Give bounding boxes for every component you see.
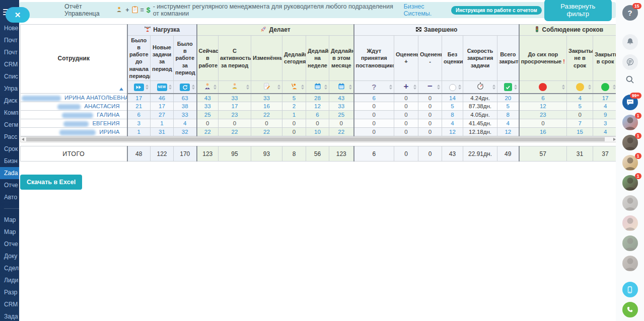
sidebar-item-расс[interactable]: Расс xyxy=(0,131,19,143)
value-cell[interactable]: 33 xyxy=(219,94,251,102)
sidebar-item-упра[interactable]: Упра xyxy=(0,83,19,95)
value-cell[interactable]: 17 xyxy=(219,102,251,111)
value-cell[interactable]: 8 xyxy=(497,111,519,119)
value-cell[interactable]: 33 xyxy=(197,102,219,111)
value-cell[interactable]: 6 xyxy=(519,94,567,102)
value-cell[interactable]: 20 xyxy=(497,94,519,102)
recent-contact[interactable] xyxy=(622,195,638,211)
recent-contact[interactable]: 1 xyxy=(622,115,638,130)
value-cell[interactable]: 5 xyxy=(567,102,593,111)
sidebar-item-мар[interactable]: Мар xyxy=(0,214,19,226)
sidebar-item-авто[interactable]: Авто xyxy=(0,191,19,203)
employee-name[interactable]: ИРИНА АНАТОЛЬЕВНА xyxy=(21,94,127,102)
sidebar-item-лиди[interactable]: Лиди xyxy=(0,274,19,286)
value-cell[interactable]: 7 xyxy=(567,119,593,128)
value-cell[interactable]: 25 xyxy=(329,111,354,119)
sidebar-item-сдел[interactable]: Сдел xyxy=(0,262,19,274)
value-cell[interactable]: 1 xyxy=(127,128,151,136)
value-cell[interactable]: 10 xyxy=(306,128,329,136)
sidebar-item-отче[interactable]: Отче xyxy=(0,179,19,191)
value-cell[interactable]: 33 xyxy=(329,102,354,111)
column-icon-cell[interactable] xyxy=(567,81,593,94)
column-icon-cell[interactable] xyxy=(282,81,306,94)
column-icon-cell[interactable] xyxy=(442,81,463,94)
employee-column-header[interactable]: Сотрудник xyxy=(21,25,127,94)
column-icon-cell[interactable] xyxy=(219,81,251,94)
value-cell[interactable]: 3 xyxy=(127,119,151,128)
value-cell[interactable]: 33 xyxy=(251,94,282,102)
sort-toggle-icon[interactable] xyxy=(562,85,565,90)
recent-contact[interactable]: 1 xyxy=(622,175,638,191)
value-cell[interactable]: 22 xyxy=(329,128,354,136)
sidebar-item-мар[interactable]: Мар xyxy=(0,226,19,238)
value-cell[interactable]: 4 xyxy=(567,94,593,102)
value-cell[interactable]: 5 xyxy=(282,94,306,102)
value-cell[interactable]: 8 xyxy=(442,111,463,119)
value-cell[interactable]: 4 xyxy=(442,119,463,128)
sidebar-item-почт[interactable]: Почт xyxy=(0,34,19,46)
value-cell[interactable]: 22 xyxy=(219,128,251,136)
sort-toggle-icon[interactable] xyxy=(588,85,591,90)
help-button[interactable]: ?15 xyxy=(622,5,638,21)
sidebar-item-бизн[interactable]: Бизн xyxy=(0,155,19,167)
column-icon-cell[interactable] xyxy=(329,81,354,94)
value-cell[interactable]: 15 xyxy=(567,128,593,136)
value-cell[interactable]: 1 xyxy=(151,119,174,128)
scroll-left-icon[interactable] xyxy=(22,138,24,141)
value-cell[interactable]: 43 xyxy=(329,94,354,102)
sort-toggle-icon[interactable] xyxy=(413,85,416,90)
sidebar-item-почт[interactable]: Почт xyxy=(0,46,19,58)
value-cell[interactable]: 33 xyxy=(174,111,197,119)
value-cell[interactable]: 5 xyxy=(497,102,519,111)
sidebar-item-спис[interactable]: Спис xyxy=(0,70,19,83)
instruction-badge[interactable]: Инструкция по работе с отчетом xyxy=(451,6,541,15)
sort-toggle-icon[interactable] xyxy=(213,85,217,90)
employee-name[interactable]: АНАСТАСИЯ xyxy=(21,102,127,111)
value-cell[interactable]: 21 xyxy=(127,102,151,111)
value-cell[interactable]: 4 xyxy=(174,119,197,128)
column-icon-cell[interactable] xyxy=(127,81,151,94)
sort-toggle-icon[interactable] xyxy=(389,85,392,90)
value-cell[interactable]: 3 xyxy=(593,119,618,128)
sort-toggle-icon[interactable] xyxy=(437,85,440,90)
sort-toggle-icon[interactable] xyxy=(349,85,352,90)
sidebar-item-комп[interactable]: Комп xyxy=(0,107,19,119)
value-cell[interactable]: 6 xyxy=(354,94,394,102)
download-excel-button[interactable]: Скачать в Excel xyxy=(20,175,82,190)
sidebar-item-crm[interactable]: CRM xyxy=(0,58,19,70)
employee-name[interactable]: ГАЛИНА xyxy=(21,111,127,119)
value-cell[interactable]: 25 xyxy=(197,111,219,119)
close-menu-button[interactable]: ✕ xyxy=(6,7,30,23)
sort-toggle-icon[interactable] xyxy=(301,85,304,90)
value-cell[interactable]: 12 xyxy=(306,102,329,111)
column-icon-cell[interactable]: ? xyxy=(354,81,394,94)
value-cell[interactable]: 16 xyxy=(251,102,282,111)
value-cell[interactable]: 17 xyxy=(593,94,618,102)
value-cell[interactable]: 46 xyxy=(151,94,174,102)
sort-toggle-icon[interactable] xyxy=(324,85,327,90)
value-cell[interactable]: 9 xyxy=(593,111,618,119)
column-icon-cell[interactable] xyxy=(593,81,618,94)
sidebar-item-нове[interactable]: Нове xyxy=(0,22,19,34)
value-cell[interactable]: 23 xyxy=(219,111,251,119)
employee-name[interactable]: ЕВГЕНИЯ xyxy=(21,119,127,128)
recent-contact[interactable] xyxy=(622,256,638,271)
column-icon-cell[interactable] xyxy=(519,81,567,94)
value-cell[interactable]: 14 xyxy=(442,94,463,102)
sort-toggle-icon[interactable] xyxy=(514,85,517,90)
value-cell[interactable]: 6 xyxy=(306,111,329,119)
sort-toggle-icon[interactable] xyxy=(192,85,195,90)
value-cell[interactable]: 22 xyxy=(251,111,282,119)
recent-contact[interactable] xyxy=(622,215,638,231)
sort-toggle-icon[interactable] xyxy=(492,85,495,90)
value-cell[interactable]: 22 xyxy=(251,128,282,136)
value-cell[interactable]: 6 xyxy=(127,111,151,119)
recent-contact[interactable]: 1 xyxy=(622,135,638,150)
column-icon-cell[interactable] xyxy=(497,81,519,94)
sort-toggle-icon[interactable] xyxy=(146,85,149,90)
value-cell[interactable]: 31 xyxy=(151,128,174,136)
sidebar-item-отче[interactable]: Отче xyxy=(0,238,19,250)
value-cell[interactable]: 1 xyxy=(282,111,306,119)
sidebar-item-разр[interactable]: Разр xyxy=(0,286,19,298)
sidebar-item-зада[interactable]: Зада xyxy=(0,310,19,321)
